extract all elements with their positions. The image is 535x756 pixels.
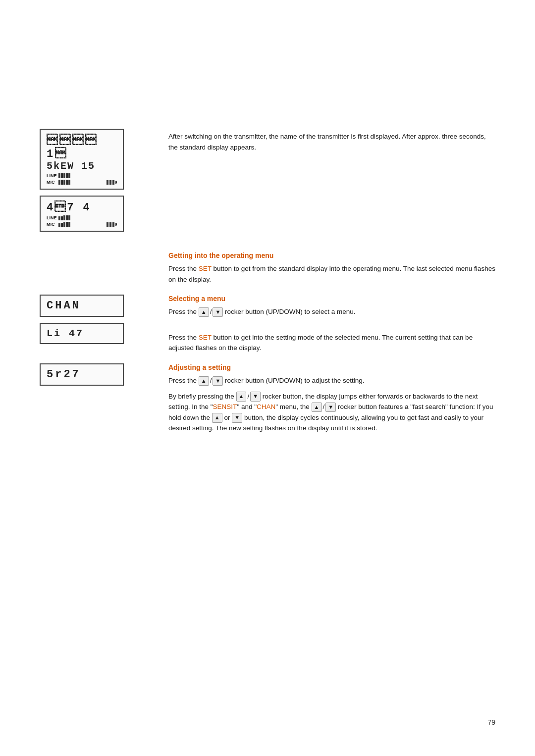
display-chan: CHAN — [40, 295, 124, 317]
select-para1-after: rocker button (UP/DOWN) to select a menu… — [223, 308, 355, 315]
select-para2-after: button to get into the setting mode of t… — [168, 334, 473, 352]
display-427: 47 4 LINE MIC — [40, 196, 124, 232]
line-label-1: LINE — [47, 173, 58, 178]
battery-indicator-2 — [107, 222, 117, 227]
adj-slash-1: / — [210, 377, 212, 384]
display-5r27-text: 5r27 — [47, 368, 117, 381]
adj-para1-after: rocker button (UP/DOWN) to adjust the se… — [223, 377, 364, 384]
rocker-up-btn-1: ▲ — [199, 307, 209, 317]
selecting-menu-para1: Press the ▲/▼ rocker button (UP/DOWN) to… — [168, 306, 495, 317]
adjusting-para1: Press the ▲/▼ rocker button (UP/DOWN) to… — [168, 375, 495, 386]
display-skew15-mic-row: MIC — [47, 180, 117, 185]
rocker-down-btn-3: ▼ — [250, 392, 261, 402]
transmitter-description-para: After switching on the transmitter, the … — [168, 131, 495, 152]
heading-operating-menu: Getting into the operating menu — [168, 252, 495, 259]
adj-para1-before: Press the — [168, 377, 199, 384]
page-number: 79 — [487, 718, 495, 726]
adjusting-displays: 5r27 — [40, 363, 149, 390]
operating-menu-text-before: Press the — [168, 265, 199, 272]
rocker-down-btn-2: ▼ — [213, 376, 223, 386]
adjusting-right-text: Adjusting a setting Press the ▲/▼ rocker… — [168, 363, 495, 439]
display-5r27: 5r27 — [40, 363, 124, 386]
line-label-2: LINE — [47, 215, 58, 220]
up-btn: ▲ — [212, 413, 222, 423]
adjusting-inner: 5r27 Adjusting a setting Press the ▲/▼ r… — [40, 363, 495, 439]
rocker-down-btn-1: ▼ — [213, 307, 223, 317]
adj-slash-3: / — [323, 403, 325, 410]
display-skew15-main: 5kEW 15 — [47, 160, 117, 172]
mic-bars-2 — [58, 222, 70, 227]
rocker-up-btn-2: ▲ — [199, 376, 209, 386]
select-para1-before: Press the — [168, 308, 199, 315]
page-container:  1 5kEW 15 LINE MIC — [0, 0, 535, 756]
transmitter-displays:  1 5kEW 15 LINE MIC — [40, 129, 149, 232]
mic-label-2: MIC — [47, 222, 58, 227]
adj-para2-part1: By briefly pressing the — [168, 393, 236, 400]
section-transmitter:  1 5kEW 15 LINE MIC — [40, 129, 495, 232]
heading-selecting-menu: Selecting a menu — [168, 295, 495, 302]
select-slash-1: / — [210, 308, 212, 315]
selecting-menu-right-text: Selecting a menu Press the ▲/▼ rocker bu… — [168, 295, 495, 358]
rocker-up-btn-3: ▲ — [236, 392, 247, 402]
operating-menu-right-text: Getting into the operating menu Press th… — [168, 252, 495, 290]
display-skew15:  1 5kEW 15 LINE MIC — [40, 129, 124, 190]
mic-label-1: MIC — [47, 180, 58, 185]
rocker-down-btn-4: ▼ — [325, 403, 336, 412]
display-427-main: 47 4 — [47, 201, 117, 214]
selecting-menu-inner: CHAN Li 47 Selecting a menu Press the ▲/… — [40, 295, 495, 358]
select-para2-before: Press the — [168, 334, 199, 341]
mic-bars-1 — [58, 180, 70, 185]
heading-adjusting: Adjusting a setting — [168, 363, 495, 371]
section-selecting-menu: CHAN Li 47 Selecting a menu Press the ▲/… — [40, 295, 495, 358]
adjusting-para2: By briefly pressing the ▲/▼ rocker butto… — [168, 391, 495, 434]
selecting-menu-para2: Press the SET button to get into the set… — [168, 332, 495, 353]
display-chan-text: CHAN — [47, 300, 117, 312]
chan-highlight: CHAN — [257, 403, 275, 410]
adj-para2-part4: " menu, the — [275, 403, 311, 410]
display-skew15-indicators: LINE — [47, 173, 117, 178]
section-adjusting: 5r27 Adjusting a setting Press the ▲/▼ r… — [40, 363, 495, 439]
display-li47: Li 47 — [40, 323, 124, 344]
rocker-up-btn-4: ▲ — [312, 403, 322, 412]
display-427-mic-row: MIC — [47, 222, 117, 227]
adj-para2-part3: " and " — [237, 403, 257, 410]
set-highlight-1: SET — [199, 265, 212, 272]
line-bars-1 — [58, 173, 70, 178]
operating-menu-text-after: button to get from the standard display … — [168, 265, 495, 283]
sensit-highlight: SENSIT — [213, 403, 237, 410]
section-operating-menu: Getting into the operating menu Press th… — [40, 252, 495, 290]
line-bars-2 — [58, 215, 70, 220]
display-skew15-text:  1 — [47, 134, 117, 160]
adj-slash-2: / — [247, 393, 249, 400]
transmitter-description-text: After switching on the transmitter, the … — [168, 129, 495, 157]
battery-indicator-1 — [107, 180, 117, 185]
adj-or: or — [222, 414, 232, 421]
down-btn: ▼ — [232, 413, 242, 423]
display-li47-text: Li 47 — [47, 328, 117, 339]
set-highlight-2: SET — [199, 334, 212, 341]
selecting-menu-displays: CHAN Li 47 — [40, 295, 149, 348]
operating-menu-para: Press the SET button to get from the sta… — [168, 263, 495, 285]
display-427-indicators: LINE — [47, 215, 117, 220]
